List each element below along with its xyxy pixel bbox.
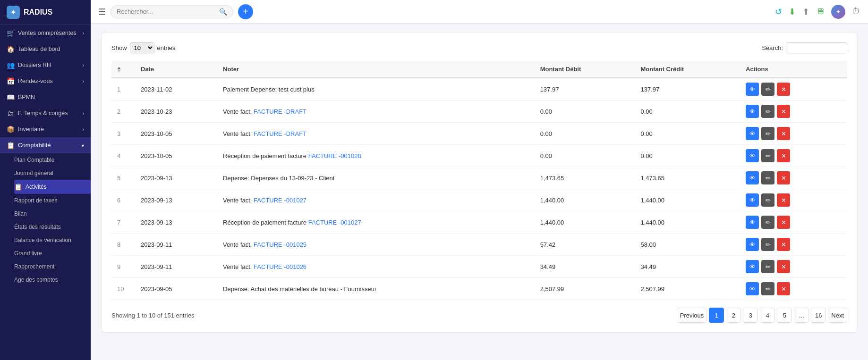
view-button[interactable]: 👁 [746, 105, 759, 118]
edit-button[interactable]: ✏ [761, 216, 774, 229]
entries-select[interactable]: 10 25 50 100 [130, 42, 154, 53]
edit-button[interactable]: ✏ [761, 149, 774, 162]
sidebar-item-rendezvous[interactable]: 📅 Rendez-vous › [0, 73, 91, 89]
download-icon[interactable]: ⬇ [789, 7, 796, 17]
edit-button[interactable]: ✏ [761, 127, 774, 140]
row-debit: 1,440.00 [535, 189, 635, 211]
sidebar-item-comptabilite[interactable]: 📋 Comptabilité ▾ [0, 137, 91, 153]
sidebar-item-activites[interactable]: 📋 Activités [14, 180, 91, 194]
delete-button[interactable]: ✕ [777, 127, 790, 140]
page-2-button[interactable]: 2 [726, 308, 741, 323]
sidebar-item-dossiers[interactable]: 👥 Dossiers RH › [0, 57, 91, 73]
delete-button[interactable]: ✕ [777, 238, 790, 251]
add-button[interactable]: + [238, 4, 253, 19]
edit-button[interactable]: ✏ [761, 105, 774, 118]
activities-table: Date Noter Montant Débit Montant Crédit … [111, 61, 847, 300]
noter-link[interactable]: FACTURE -DRAFT [254, 130, 306, 137]
view-button[interactable]: 👁 [746, 193, 759, 207]
sidebar-item-rapport[interactable]: Rapport de taxes [14, 194, 91, 207]
edit-button[interactable]: ✏ [761, 193, 774, 207]
edit-button[interactable]: ✏ [761, 260, 774, 273]
sidebar-item-journal[interactable]: Journal général [14, 167, 91, 180]
screen-icon[interactable]: 🖥 [816, 7, 825, 17]
history-icon[interactable]: ↺ [775, 7, 782, 17]
noter-link[interactable]: FACTURE -001027 [254, 197, 306, 204]
delete-button[interactable]: ✕ [777, 193, 790, 207]
sort-down-icon [117, 70, 121, 72]
row-number: 4 [111, 145, 135, 167]
sidebar-item-rapprochement[interactable]: Rapprochement [14, 260, 91, 273]
show-label: Show [111, 44, 127, 51]
noter-link[interactable]: FACTURE -001028 [308, 152, 361, 159]
avatar[interactable]: ✦ [831, 5, 845, 19]
row-noter: Vente fact. FACTURE -001027 [217, 189, 535, 211]
next-button[interactable]: Next [828, 308, 847, 323]
row-noter: Depense: Depenses du 13-09-23 - Client [217, 167, 535, 189]
sidebar-item-bilan[interactable]: Bilan [14, 207, 91, 220]
clock-icon[interactable]: ⏱ [852, 7, 860, 17]
delete-button[interactable]: ✕ [777, 83, 790, 96]
view-button[interactable]: 👁 [746, 216, 759, 229]
sidebar-item-balance[interactable]: Balance de vérification [14, 234, 91, 247]
sidebar-item-grandlivre[interactable]: Grand livre [14, 247, 91, 260]
view-button[interactable]: 👁 [746, 282, 759, 295]
delete-button[interactable]: ✕ [777, 216, 790, 229]
sidebar-item-plan[interactable]: Plan Comptable [14, 153, 91, 167]
row-date: 2023-09-13 [135, 167, 217, 189]
delete-button[interactable]: ✕ [777, 105, 790, 118]
show-entries: Show 10 25 50 100 entries [111, 42, 176, 53]
noter-link[interactable]: FACTURE -001026 [254, 263, 306, 270]
sidebar-item-tableau[interactable]: 🏠 Tableau de bord [0, 41, 91, 57]
pagination-bar: Showing 1 to 10 of 151 entries Previous … [111, 308, 847, 323]
page-1-button[interactable]: 1 [709, 308, 724, 323]
page-5-button[interactable]: 5 [777, 308, 792, 323]
row-noter: Vente fact. FACTURE -001025 [217, 234, 535, 256]
col-sort[interactable] [111, 61, 135, 78]
row-actions: 👁 ✏ ✕ [740, 145, 847, 167]
search-icon: 🔍 [219, 8, 227, 16]
delete-button[interactable]: ✕ [777, 260, 790, 273]
noter-link[interactable]: FACTURE -001025 [254, 241, 306, 248]
sidebar-item-label: Ventes omniprésentes [18, 30, 77, 36]
previous-button[interactable]: Previous [677, 308, 707, 323]
delete-button[interactable]: ✕ [777, 171, 790, 184]
table-search-input[interactable] [786, 42, 847, 53]
table-search-control: Search: [762, 42, 847, 53]
table-body: 12023-11-02Paiement Depense: test cust p… [111, 78, 847, 300]
edit-button[interactable]: ✏ [761, 238, 774, 251]
edit-button[interactable]: ✏ [761, 282, 774, 295]
view-button[interactable]: 👁 [746, 260, 759, 273]
noter-link[interactable]: FACTURE -DRAFT [254, 108, 306, 115]
view-button[interactable]: 👁 [746, 127, 759, 140]
page-4-button[interactable]: 4 [760, 308, 775, 323]
logo[interactable]: ✦ RADIUS [0, 0, 91, 25]
row-actions: 👁 ✏ ✕ [740, 189, 847, 211]
bpmn-icon: 📖 [7, 93, 14, 101]
page-3-button[interactable]: 3 [743, 308, 758, 323]
delete-button[interactable]: ✕ [777, 282, 790, 295]
sidebar-item-inventaire[interactable]: 📦 Inventaire › [0, 121, 91, 137]
sidebar-item-temps[interactable]: 🗂 F. Temps & congés › [0, 105, 91, 121]
edit-button[interactable]: ✏ [761, 171, 774, 184]
action-buttons: 👁 ✏ ✕ [746, 105, 842, 118]
row-noter: Vente fact. FACTURE -DRAFT [217, 123, 535, 145]
sidebar-item-bpmn[interactable]: 📖 BPMN [0, 89, 91, 105]
search-input[interactable] [117, 8, 216, 15]
delete-button[interactable]: ✕ [777, 149, 790, 162]
row-date: 2023-09-11 [135, 234, 217, 256]
sidebar-item-etats[interactable]: États des résultats [14, 220, 91, 234]
sidebar-item-age[interactable]: Age des comptes [14, 273, 91, 286]
view-button[interactable]: 👁 [746, 238, 759, 251]
edit-button[interactable]: ✏ [761, 83, 774, 96]
view-button[interactable]: 👁 [746, 171, 759, 184]
row-number: 6 [111, 189, 135, 211]
view-button[interactable]: 👁 [746, 83, 759, 96]
page-ellipsis: ... [794, 308, 809, 323]
sidebar-item-ventes[interactable]: 🛒 Ventes omniprésentes › [0, 25, 91, 41]
view-button[interactable]: 👁 [746, 149, 759, 162]
page-16-button[interactable]: 16 [811, 308, 826, 323]
etats-label: États des résultats [14, 224, 61, 230]
menu-button[interactable]: ☰ [98, 7, 106, 17]
noter-link[interactable]: FACTURE -001027 [308, 219, 361, 226]
share-icon[interactable]: ⬆ [802, 7, 809, 17]
